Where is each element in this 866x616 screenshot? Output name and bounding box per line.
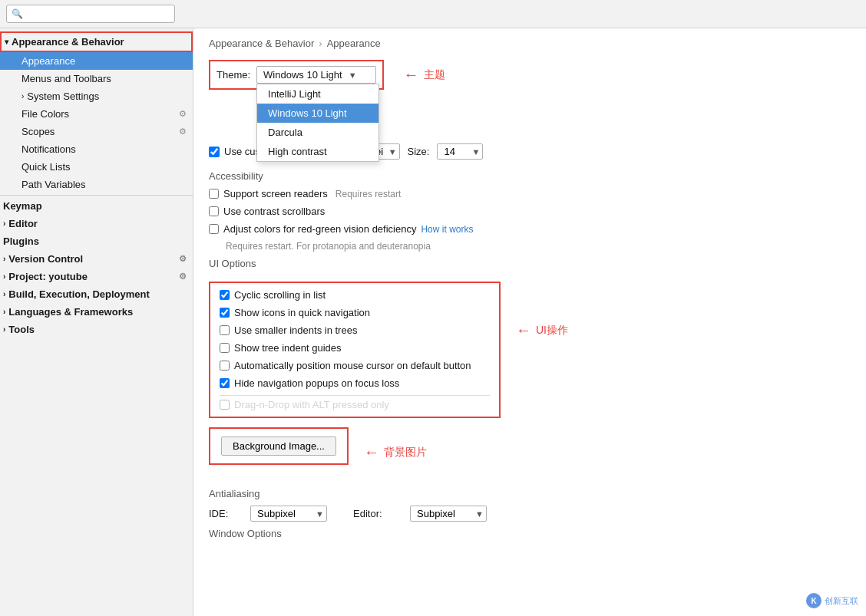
show-icons-row: Show icons in quick navigation: [220, 307, 490, 318]
watermark-text: 创新互联: [825, 595, 858, 607]
drag-drop-label: Drag-n-Drop with ALT pressed only: [234, 399, 389, 410]
ide-antialias-select[interactable]: Subpixel Greyscale None: [250, 506, 327, 522]
ui-options-box: Cyclic scrolling in list Show icons in q…: [209, 282, 501, 418]
chevron-icon: ▾: [5, 38, 8, 46]
sidebar-item-path-variables[interactable]: Path Variables: [0, 176, 193, 193]
search-input[interactable]: [26, 8, 170, 19]
theme-arrow-left: ←: [404, 66, 419, 84]
sidebar-item-languages-frameworks[interactable]: › Languages & Frameworks: [0, 303, 193, 321]
contrast-scrollbars-checkbox[interactable]: [209, 206, 219, 216]
sidebar-item-label: File Colors: [21, 108, 69, 120]
settings-icon: ⚙: [179, 109, 187, 119]
editor-label: Editor:: [353, 508, 399, 519]
size-label: Size:: [408, 146, 430, 157]
cyclic-scroll-checkbox[interactable]: [220, 290, 230, 300]
show-icons-checkbox[interactable]: [220, 308, 230, 318]
content-area: Appearance & Behavior › Appearance Theme…: [193, 28, 866, 616]
cyclic-scroll-label: Cyclic scrolling in list: [234, 289, 326, 301]
sidebar-item-plugins[interactable]: Plugins: [0, 232, 193, 250]
drag-drop-checkbox[interactable]: [220, 400, 230, 410]
sidebar-item-label: Path Variables: [21, 179, 86, 190]
screen-readers-item: Support screen readers Requires restart: [209, 188, 851, 199]
settings-icon: ⚙: [179, 254, 187, 264]
ui-ops-annotation: ← UI操作: [516, 321, 568, 339]
sidebar-item-label: Appearance: [21, 55, 75, 67]
sidebar-item-label: Build, Execution, Deployment: [8, 288, 149, 300]
sidebar-item-version-control[interactable]: › Version Control ⚙: [0, 250, 193, 268]
sidebar-item-menus-toolbars[interactable]: Menus and Toolbars: [0, 70, 193, 87]
sidebar-item-file-colors[interactable]: File Colors ⚙: [0, 105, 193, 123]
sidebar-item-label: Project: youtube: [8, 271, 88, 282]
theme-dropdown-menu: IntelliJ Light Windows 10 Light Darcula …: [256, 84, 379, 162]
ide-antialias-wrapper: Subpixel Greyscale None ▼: [250, 506, 327, 522]
breadcrumb-part2: Appearance: [327, 38, 381, 49]
size-select[interactable]: 14: [437, 143, 483, 160]
theme-option-high-contrast[interactable]: High contrast: [257, 142, 378, 161]
theme-annotation-label: 主题: [424, 68, 445, 82]
ui-options-heading: UI Options: [209, 258, 851, 269]
sidebar-item-label: Tools: [8, 324, 35, 335]
theme-row: Theme: Windows 10 Light ▼ IntelliJ Light…: [209, 60, 384, 90]
background-image-button[interactable]: Background Image...: [221, 436, 336, 456]
accessibility-heading: Accessibility: [209, 170, 851, 182]
chevron-icon: ›: [21, 92, 24, 100]
sidebar-item-quick-lists[interactable]: Quick Lists: [0, 158, 193, 176]
settings-icon: ⚙: [179, 272, 187, 282]
breadcrumb-separator: ›: [319, 38, 322, 49]
hide-nav-popups-label: Hide navigation popups on focus loss: [234, 377, 399, 389]
tree-indent-row: Show tree indent guides: [220, 342, 490, 354]
sidebar-item-project-youtube[interactable]: › Project: youtube ⚙: [0, 268, 193, 285]
sidebar-item-appearance[interactable]: Appearance: [0, 52, 193, 70]
theme-option-windows10[interactable]: Windows 10 Light: [257, 104, 378, 123]
smaller-indents-label: Use smaller indents in trees: [234, 324, 357, 336]
sidebar-item-scopes[interactable]: Scopes ⚙: [0, 123, 193, 140]
size-select-wrapper: 14 ▼: [437, 143, 483, 160]
hide-nav-popups-row: Hide navigation popups on focus loss: [220, 377, 490, 389]
auto-cursor-row: Automatically position mouse cursor on d…: [220, 360, 490, 371]
watermark-icon: K: [806, 593, 821, 608]
screen-readers-checkbox[interactable]: [209, 189, 219, 199]
sidebar-item-notifications[interactable]: Notifications: [0, 140, 193, 158]
tree-indent-checkbox[interactable]: [220, 343, 230, 353]
sidebar-item-system-settings[interactable]: › System Settings: [0, 87, 193, 105]
bg-image-arrow: ←: [364, 443, 379, 461]
theme-option-intellij[interactable]: IntelliJ Light: [257, 84, 378, 104]
breadcrumb: Appearance & Behavior › Appearance: [209, 38, 851, 49]
theme-current-value: Windows 10 Light: [263, 69, 342, 81]
theme-option-darcula[interactable]: Darcula: [257, 123, 378, 142]
search-icon: 🔍: [12, 8, 23, 19]
adjust-colors-checkbox[interactable]: [209, 224, 219, 234]
main-layout: ▾ Appearance & Behavior Appearance Menus…: [0, 28, 866, 616]
sidebar-item-label: System Settings: [27, 91, 99, 102]
smaller-indents-checkbox[interactable]: [220, 325, 230, 335]
sidebar-item-appearance-behavior[interactable]: ▾ Appearance & Behavior: [0, 31, 193, 52]
bg-image-annotation: ← 背景图片: [364, 443, 427, 461]
sidebar-item-label: Editor: [8, 218, 38, 229]
requires-restart-label: Requires restart: [335, 189, 401, 199]
sidebar-divider: [0, 195, 193, 196]
top-bar: 🔍: [0, 0, 866, 28]
use-custom-font-checkbox[interactable]: [209, 147, 220, 157]
contrast-scrollbars-item: Use contrast scrollbars: [209, 206, 851, 217]
chevron-icon: ›: [3, 290, 5, 298]
sidebar-item-build-execution[interactable]: › Build, Execution, Deployment: [0, 285, 193, 303]
ui-ops-annotation-label: UI操作: [536, 324, 568, 338]
smaller-indents-row: Use smaller indents in trees: [220, 324, 490, 336]
auto-cursor-checkbox[interactable]: [220, 361, 230, 371]
how-it-works-link[interactable]: How it works: [421, 224, 473, 235]
sidebar: ▾ Appearance & Behavior Appearance Menus…: [0, 28, 193, 616]
sidebar-item-editor[interactable]: › Editor: [0, 215, 193, 232]
hide-nav-popups-checkbox[interactable]: [220, 378, 230, 388]
bg-image-annotation-label: 背景图片: [384, 446, 427, 460]
adjust-colors-item: Adjust colors for red-green vision defic…: [209, 223, 851, 235]
sidebar-item-label: Scopes: [21, 126, 55, 137]
search-box: 🔍: [6, 5, 175, 23]
editor-antialias-select[interactable]: Subpixel Greyscale None: [410, 506, 487, 522]
sidebar-item-tools[interactable]: › Tools: [0, 321, 193, 338]
antialiasing-row: IDE: Subpixel Greyscale None ▼ Editor: S…: [209, 506, 851, 522]
sidebar-item-label: Appearance & Behavior: [12, 36, 124, 48]
theme-select-display[interactable]: Windows 10 Light ▼: [256, 66, 376, 84]
chevron-icon: ›: [3, 325, 5, 334]
sidebar-item-label: Quick Lists: [21, 161, 71, 173]
sidebar-item-keymap[interactable]: Keymap: [0, 197, 193, 215]
